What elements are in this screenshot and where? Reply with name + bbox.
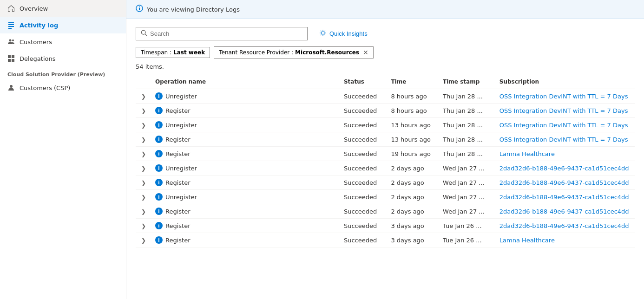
subscription-link[interactable]: 2dad32d6-b188-49e6-9437-ca1d51cec4dd	[499, 179, 629, 186]
status-cell: Succeeded	[340, 233, 387, 247]
expand-button[interactable]: ❯	[139, 180, 148, 186]
table-row: ❯ i Register Succeeded 19 hours ago Thu …	[136, 147, 635, 161]
table-row: ❯ i Unregister Succeeded 8 hours ago Thu…	[136, 89, 635, 104]
operation-name-cell: i Unregister	[151, 190, 340, 204]
time-cell: 19 hours ago	[387, 147, 439, 161]
table-row: ❯ i Register Succeeded 3 days ago Tue Ja…	[136, 219, 635, 233]
subscription-link[interactable]: 2dad32d6-b188-49e6-9437-ca1d51cec4dd	[499, 165, 629, 172]
csp-section-label: Cloud Solution Provider (Preview)	[0, 67, 126, 79]
svg-point-4	[9, 39, 12, 42]
expand-cell: ❯	[136, 104, 151, 118]
svg-rect-12	[139, 8, 140, 10]
subscription-link[interactable]: OSS Integration DevINT with TTL = 7 Days	[499, 122, 628, 129]
person-icon	[7, 84, 15, 91]
grid-icon	[7, 55, 15, 62]
time-cell: 8 hours ago	[387, 104, 439, 118]
table-row: ❯ i Register Succeeded 8 hours ago Thu J…	[136, 104, 635, 118]
table-row: ❯ i Unregister Succeeded 2 days ago Wed …	[136, 190, 635, 204]
sidebar-item-activity-log[interactable]: Activity log	[0, 17, 126, 33]
operation-name-cell: i Register	[151, 104, 340, 118]
expand-cell: ❯	[136, 190, 151, 204]
sidebar-item-overview[interactable]: Overview	[0, 0, 126, 17]
content-area: Quick Insights Timespan : Last week Tena…	[126, 19, 644, 299]
expand-button[interactable]: ❯	[139, 136, 148, 143]
status-cell: Succeeded	[340, 89, 387, 104]
main-content: You are viewing Directory Logs Quick Ins…	[126, 0, 644, 299]
expand-button[interactable]: ❯	[139, 194, 148, 201]
quick-insights-button[interactable]: Quick Insights	[313, 26, 374, 41]
time-cell: 3 days ago	[387, 233, 439, 247]
sidebar-item-customers[interactable]: Customers	[0, 33, 126, 50]
quick-insights-icon	[319, 29, 327, 38]
timestamp-cell: Thu Jan 28 ...	[439, 118, 496, 132]
time-cell: 3 days ago	[387, 219, 439, 233]
search-input[interactable]	[150, 30, 302, 37]
filter-timespan[interactable]: Timespan : Last week	[136, 47, 210, 58]
subscription-cell: Lamna Healthcare	[496, 233, 635, 247]
svg-rect-8	[8, 59, 11, 62]
expand-button[interactable]: ❯	[139, 151, 148, 157]
status-cell: Succeeded	[340, 132, 387, 147]
subscription-link[interactable]: 2dad32d6-b188-49e6-9437-ca1d51cec4dd	[499, 194, 629, 201]
svg-rect-9	[12, 59, 14, 62]
operation-name-value: Unregister	[165, 194, 197, 201]
filter-tenant-rp-remove[interactable]: ✕	[363, 49, 368, 56]
expand-cell: ❯	[136, 147, 151, 161]
operation-name-cell: i Register	[151, 233, 340, 247]
col-subscription: Subscription	[496, 75, 635, 89]
subscription-link[interactable]: OSS Integration DevINT with TTL = 7 Days	[499, 93, 628, 100]
subscription-link[interactable]: OSS Integration DevINT with TTL = 7 Days	[499, 136, 628, 143]
status-cell: Succeeded	[340, 219, 387, 233]
expand-button[interactable]: ❯	[139, 223, 148, 229]
sidebar-item-customers-csp-label: Customers (CSP)	[20, 84, 70, 91]
svg-line-23	[325, 31, 326, 32]
people-icon	[7, 38, 15, 46]
expand-button[interactable]: ❯	[139, 93, 148, 100]
expand-button[interactable]: ❯	[139, 122, 148, 129]
operation-name-value: Unregister	[165, 165, 197, 172]
expand-button[interactable]: ❯	[139, 208, 148, 215]
table-row: ❯ i Register Succeeded 13 hours ago Thu …	[136, 132, 635, 147]
status-cell: Succeeded	[340, 147, 387, 161]
table-row: ❯ i Unregister Succeeded 13 hours ago Th…	[136, 118, 635, 132]
search-box[interactable]	[136, 27, 308, 40]
operation-name-value: Unregister	[165, 122, 197, 129]
time-cell: 2 days ago	[387, 176, 439, 190]
subscription-link[interactable]: Lamna Healthcare	[499, 237, 555, 244]
svg-line-22	[325, 35, 326, 36]
subscription-link[interactable]: Lamna Healthcare	[499, 150, 555, 157]
expand-cell: ❯	[136, 204, 151, 219]
expand-cell: ❯	[136, 176, 151, 190]
operation-name-cell: i Unregister	[151, 161, 340, 176]
info-banner-text: You are viewing Directory Logs	[147, 6, 240, 13]
subscription-link[interactable]: 2dad32d6-b188-49e6-9437-ca1d51cec4dd	[499, 222, 629, 229]
sidebar-item-delegations[interactable]: Delegations	[0, 50, 126, 67]
items-count: 54 items.	[136, 63, 635, 70]
operation-info-dot: i	[155, 107, 163, 114]
sidebar-item-overview-label: Overview	[20, 5, 48, 12]
operation-info-dot: i	[155, 150, 163, 157]
col-time: Time	[387, 75, 439, 89]
sidebar: Overview Activity log Customers Delegati…	[0, 0, 126, 299]
sidebar-item-customers-csp[interactable]: Customers (CSP)	[0, 79, 126, 96]
home-icon	[7, 5, 15, 12]
svg-point-10	[10, 85, 13, 88]
expand-button[interactable]: ❯	[139, 165, 148, 172]
expand-button[interactable]: ❯	[139, 108, 148, 114]
filter-timespan-value: Last week	[173, 49, 205, 56]
subscription-link[interactable]: 2dad32d6-b188-49e6-9437-ca1d51cec4dd	[499, 208, 629, 215]
time-cell: 13 hours ago	[387, 132, 439, 147]
expand-button[interactable]: ❯	[139, 237, 148, 244]
operation-name-cell: i Unregister	[151, 89, 340, 104]
subscription-link[interactable]: OSS Integration DevINT with TTL = 7 Days	[499, 107, 628, 114]
col-operation-name-label: Operation name	[151, 75, 340, 89]
operation-name-value: Register	[165, 150, 191, 157]
filter-tenant-rp[interactable]: Tenant Resource Provider : Microsoft.Res…	[214, 46, 373, 58]
operation-info-dot: i	[155, 236, 163, 244]
status-cell: Succeeded	[340, 204, 387, 219]
svg-point-16	[322, 32, 324, 34]
sidebar-item-customers-label: Customers	[20, 39, 52, 46]
operation-info-dot: i	[155, 164, 163, 172]
timestamp-cell: Tue Jan 26 ...	[439, 233, 496, 247]
operation-name-value: Register	[165, 136, 191, 143]
